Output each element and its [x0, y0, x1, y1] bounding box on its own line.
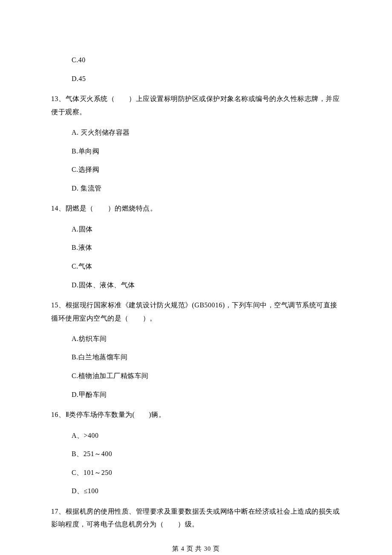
- question-17: 17、根据机房的使用性质、管理要求及重要数据丢失或网络中断在经济或社会上造成的损…: [51, 505, 341, 531]
- q13-option-a: A. 灭火剂储存容器: [51, 127, 341, 138]
- question-15: 15、根据现行国家标准《建筑设计防火规范》(GB50016)，下列车间中，空气调…: [51, 299, 341, 325]
- option-d: D.45: [51, 73, 341, 84]
- q16-option-d: D、≤100: [51, 486, 341, 497]
- q14-option-c: C.气体: [51, 261, 341, 272]
- q15-option-d: D.甲酚车间: [51, 389, 341, 400]
- q15-option-a: A.纺织车间: [51, 333, 341, 344]
- q15-option-b: B.白兰地蒸馏车间: [51, 352, 341, 363]
- q13-option-c: C.选择阀: [51, 164, 341, 175]
- question-13: 13、气体灭火系统（ ）上应设置标明防护区或保护对象名称或编号的永久性标志牌，并…: [51, 92, 341, 119]
- page-footer: 第 4 页 共 30 页: [51, 544, 341, 554]
- option-c: C.40: [51, 55, 341, 66]
- question-16: 16、Ⅱ类停车场停车数量为( )辆。: [51, 408, 341, 421]
- q16-option-b: B、251～400: [51, 448, 341, 460]
- q16-option-c: C、101～250: [51, 467, 341, 478]
- q13-option-b: B.单向阀: [51, 146, 341, 157]
- q16-option-a: A、>400: [51, 430, 341, 441]
- q14-option-d: D.固体、液体、气体: [51, 280, 341, 291]
- q15-option-c: C.植物油加工厂精炼车间: [51, 370, 341, 382]
- q14-option-a: A.固体: [51, 224, 341, 235]
- document-page: C.40 D.45 13、气体灭火系统（ ）上应设置标明防护区或保护对象名称或编…: [0, 0, 392, 555]
- q13-option-d: D. 集流管: [51, 183, 341, 194]
- q14-option-b: B.液体: [51, 242, 341, 253]
- question-14: 14、阴燃是（ ）的燃烧特点。: [51, 202, 341, 215]
